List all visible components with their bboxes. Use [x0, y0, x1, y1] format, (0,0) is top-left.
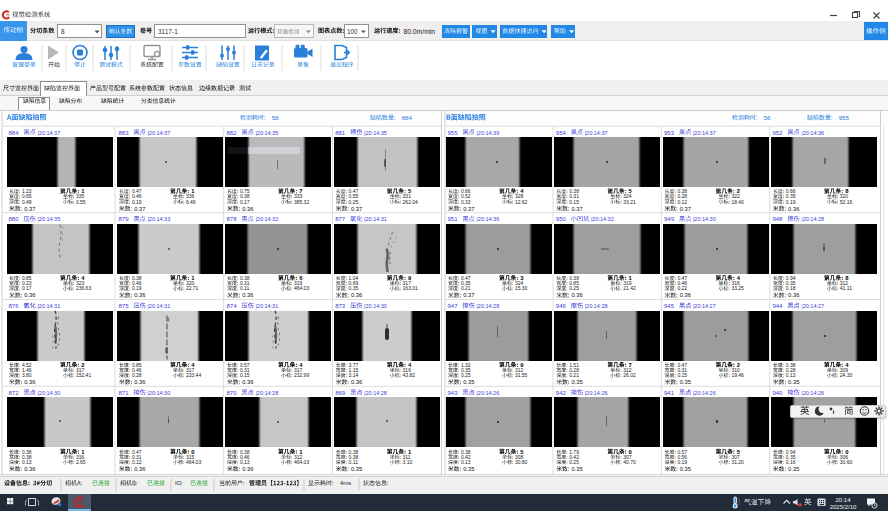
- svg-text:0.55: 0.55: [76, 199, 86, 205]
- svg-text:0.33: 0.33: [461, 199, 471, 205]
- svg-text:0.36: 0.36: [351, 292, 362, 298]
- svg-text:0.49: 0.49: [22, 199, 32, 205]
- svg-text:0.19: 0.19: [786, 199, 796, 205]
- svg-text:12.62: 12.62: [515, 199, 528, 205]
- svg-text:|20:14:27: |20:14:27: [693, 303, 716, 309]
- svg-text:0.36: 0.36: [242, 466, 253, 472]
- svg-text:884: 884: [402, 114, 413, 121]
- svg-text:0.17: 0.17: [22, 285, 32, 291]
- svg-text:0.35: 0.35: [680, 379, 691, 385]
- svg-text:946: 946: [556, 303, 567, 309]
- svg-text:881: 881: [335, 130, 346, 136]
- svg-text:30.80: 30.80: [515, 459, 528, 465]
- svg-text:0.25: 0.25: [569, 285, 579, 291]
- svg-text:3.14: 3.14: [349, 372, 359, 378]
- svg-text:|20:14:26: |20:14:26: [585, 390, 608, 396]
- svg-text:24.30: 24.30: [840, 372, 853, 378]
- svg-text:0.19: 0.19: [677, 459, 687, 465]
- svg-text:0.18: 0.18: [786, 285, 796, 291]
- svg-text:|20:14:26: |20:14:26: [801, 390, 824, 396]
- svg-text:|20:14:35: |20:14:35: [255, 130, 278, 136]
- svg-text:|20:14:31: |20:14:31: [364, 216, 387, 222]
- svg-text:0.37: 0.37: [463, 292, 474, 298]
- svg-text:|20:14:35: |20:14:35: [37, 216, 60, 222]
- svg-text:948: 948: [772, 216, 783, 222]
- svg-text:|20:14:31: |20:14:31: [37, 303, 60, 309]
- svg-text:0.13: 0.13: [461, 459, 471, 465]
- svg-text:0.36: 0.36: [24, 379, 35, 385]
- svg-text:|20:14:26: |20:14:26: [476, 390, 499, 396]
- svg-text:|20:14:28: |20:14:28: [364, 390, 387, 396]
- svg-text:0.11: 0.11: [349, 459, 359, 465]
- svg-text:0.36: 0.36: [134, 292, 145, 298]
- svg-text:|20:14:30: |20:14:30: [37, 390, 60, 396]
- svg-text:873: 873: [335, 303, 346, 309]
- svg-text:30.60: 30.60: [840, 459, 853, 465]
- svg-text:0.36: 0.36: [351, 379, 362, 385]
- svg-text:0.37: 0.37: [463, 206, 474, 212]
- svg-text:43.82: 43.82: [403, 372, 416, 378]
- svg-text:0.36: 0.36: [788, 292, 799, 298]
- svg-text:3117-1: 3117-1: [158, 28, 178, 35]
- svg-text:31.55: 31.55: [515, 372, 528, 378]
- svg-text:0.12: 0.12: [677, 199, 687, 205]
- svg-text:6.49: 6.49: [186, 199, 196, 205]
- svg-text:952: 952: [772, 130, 783, 136]
- svg-text:|20:14:28: |20:14:28: [255, 390, 278, 396]
- svg-text:|20:14:31: |20:14:31: [255, 303, 278, 309]
- svg-text:0.22: 0.22: [677, 285, 687, 291]
- svg-text:0.35: 0.35: [349, 285, 359, 291]
- svg-text:0.36: 0.36: [572, 292, 583, 298]
- svg-text:33.25: 33.25: [731, 285, 744, 291]
- svg-text:950: 950: [556, 216, 567, 222]
- svg-text:31.20: 31.20: [731, 459, 744, 465]
- svg-text:|20:14:32: |20:14:32: [591, 216, 614, 222]
- svg-text:0.36: 0.36: [242, 379, 253, 385]
- svg-text:21.42: 21.42: [623, 285, 636, 291]
- svg-text:19.46: 19.46: [731, 372, 744, 378]
- svg-text:869: 869: [335, 390, 346, 396]
- svg-text:872: 872: [9, 390, 20, 396]
- svg-text:0.21: 0.21: [569, 372, 579, 378]
- svg-text:879: 879: [119, 216, 130, 222]
- svg-text:0.28: 0.28: [132, 372, 142, 378]
- svg-text:232.99: 232.99: [294, 372, 310, 378]
- svg-text:|20:14:35: |20:14:35: [364, 130, 387, 136]
- svg-text:56: 56: [764, 114, 771, 121]
- svg-text:IO:: IO:: [175, 480, 183, 486]
- svg-text:0.15: 0.15: [569, 199, 579, 205]
- svg-text:152.41: 152.41: [76, 372, 92, 378]
- svg-text:|20:14:37: |20:14:37: [693, 130, 716, 136]
- svg-text:|20:14:26: |20:14:26: [693, 390, 716, 396]
- svg-text:0.36: 0.36: [242, 206, 253, 212]
- svg-text:0.17: 0.17: [240, 199, 250, 205]
- svg-text:0.35: 0.35: [463, 379, 474, 385]
- svg-text:0.35: 0.35: [788, 379, 799, 385]
- svg-text:949: 949: [664, 216, 675, 222]
- svg-text:2025/2/10: 2025/2/10: [830, 504, 857, 510]
- svg-text:|20:14:36: |20:14:36: [801, 130, 824, 136]
- svg-text:80.0m/min: 80.0m/min: [403, 28, 435, 35]
- svg-text:|20:14:30: |20:14:30: [364, 303, 387, 309]
- svg-text:|20:14:28: |20:14:28: [801, 216, 824, 222]
- svg-text:0.36: 0.36: [24, 466, 35, 472]
- svg-text:882: 882: [227, 130, 238, 136]
- svg-text:|20:14:37: |20:14:37: [585, 130, 608, 136]
- svg-text:41.11: 41.11: [840, 285, 852, 291]
- svg-text:0.37: 0.37: [24, 206, 35, 212]
- svg-text:15.30: 15.30: [515, 285, 528, 291]
- svg-text:0.37: 0.37: [134, 206, 145, 212]
- svg-text:880: 880: [9, 216, 20, 222]
- svg-text:20:14: 20:14: [835, 497, 851, 503]
- svg-text:|20:14:28: |20:14:28: [585, 303, 608, 309]
- svg-text:947: 947: [448, 303, 459, 309]
- svg-text:0.16: 0.16: [786, 459, 796, 465]
- svg-text:0.13: 0.13: [22, 459, 32, 465]
- svg-text:0.21: 0.21: [461, 285, 471, 291]
- svg-text:22.71: 22.71: [186, 285, 199, 291]
- svg-text:385.32: 385.32: [294, 199, 310, 205]
- svg-text:4ms: 4ms: [340, 480, 351, 486]
- svg-text:0.36: 0.36: [24, 292, 35, 298]
- svg-text:|20:14:27: |20:14:27: [801, 303, 824, 309]
- svg-text:953: 953: [664, 130, 675, 136]
